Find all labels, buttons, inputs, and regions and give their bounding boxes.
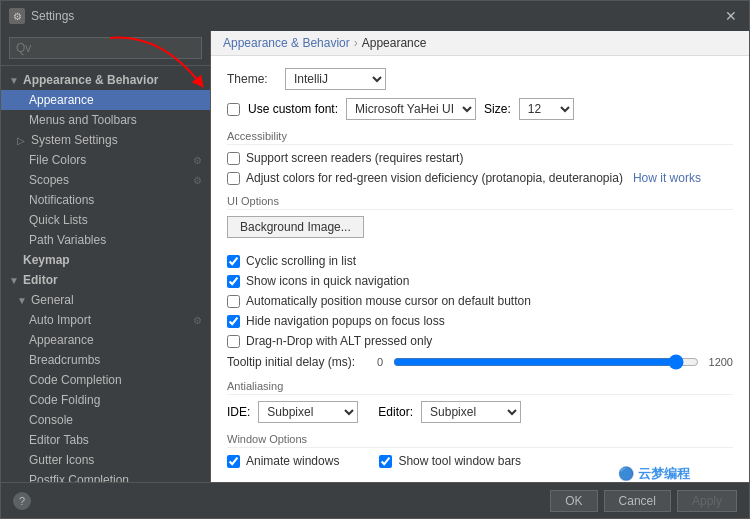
window-options-section: Window Options	[227, 433, 733, 448]
hide-nav-row: Hide navigation popups on focus loss	[227, 314, 733, 328]
title-bar: ⚙ Settings ✕	[1, 1, 749, 31]
how-it-works-link[interactable]: How it works	[633, 171, 701, 185]
cancel-button[interactable]: Cancel	[604, 490, 671, 512]
sidebar-item-console[interactable]: Console	[1, 410, 210, 430]
sidebar-item-appearance-behavior[interactable]: ▼ Appearance & Behavior	[1, 70, 210, 90]
show-tool-bars-label: Show tool window bars	[398, 454, 521, 468]
window-title: Settings	[31, 9, 74, 23]
gear-icon: ⚙	[193, 155, 202, 166]
theme-row: Theme: IntelliJ Darcula High contrast	[227, 68, 733, 90]
tooltip-label: Tooltip initial delay (ms):	[227, 355, 367, 369]
sidebar-item-path-variables[interactable]: Path Variables	[1, 230, 210, 250]
sidebar-label: Breadcrumbs	[29, 353, 100, 367]
sidebar-item-general[interactable]: ▼ General	[1, 290, 210, 310]
sidebar-label: Notifications	[29, 193, 94, 207]
background-image-button[interactable]: Background Image...	[227, 216, 364, 238]
sidebar-item-code-folding[interactable]: Code Folding	[1, 390, 210, 410]
screen-readers-row: Support screen readers (requires restart…	[227, 151, 733, 165]
sidebar-label: Keymap	[23, 253, 70, 267]
sidebar: ▼ Appearance & Behavior Appearance Menus…	[1, 31, 211, 482]
sidebar-label: Appearance	[29, 333, 94, 347]
theme-select[interactable]: IntelliJ Darcula High contrast	[285, 68, 386, 90]
show-icons-row: Show icons in quick navigation	[227, 274, 733, 288]
hide-nav-label: Hide navigation popups on focus loss	[246, 314, 445, 328]
breadcrumb-parent[interactable]: Appearance & Behavior	[223, 36, 350, 50]
auto-position-row: Automatically position mouse cursor on d…	[227, 294, 733, 308]
hide-nav-checkbox[interactable]	[227, 315, 240, 328]
ide-select[interactable]: Subpixel Greyscale None	[258, 401, 358, 423]
sidebar-label: File Colors	[29, 153, 86, 167]
color-blind-label: Adjust colors for red-green vision defic…	[246, 171, 623, 185]
sidebar-label: Appearance & Behavior	[23, 73, 158, 87]
sidebar-label: Menus and Toolbars	[29, 113, 137, 127]
gear-icon: ⚙	[193, 175, 202, 186]
custom-font-checkbox[interactable]	[227, 103, 240, 116]
font-select[interactable]: Microsoft YaHei UI	[346, 98, 476, 120]
tooltip-slider[interactable]	[393, 354, 698, 370]
sidebar-item-breadcrumbs[interactable]: Breadcrumbs	[1, 350, 210, 370]
show-icons-checkbox[interactable]	[227, 275, 240, 288]
sidebar-item-auto-import[interactable]: Auto Import ⚙	[1, 310, 210, 330]
color-blind-row: Adjust colors for red-green vision defic…	[227, 171, 733, 185]
panel-content: Theme: IntelliJ Darcula High contrast Us…	[211, 56, 749, 482]
help-button[interactable]: ?	[13, 492, 31, 510]
size-select[interactable]: 12 11 13 14	[519, 98, 574, 120]
cyclic-scrolling-row: Cyclic scrolling in list	[227, 254, 733, 268]
sidebar-item-appearance[interactable]: Appearance	[1, 90, 210, 110]
drag-n-drop-checkbox[interactable]	[227, 335, 240, 348]
sidebar-item-menus-toolbars[interactable]: Menus and Toolbars	[1, 110, 210, 130]
sidebar-item-appearance2[interactable]: Appearance	[1, 330, 210, 350]
show-tool-bars-checkbox[interactable]	[379, 455, 392, 468]
custom-font-row: Use custom font: Microsoft YaHei UI Size…	[227, 98, 733, 120]
antialiasing-section: Antialiasing	[227, 380, 733, 395]
screen-readers-checkbox[interactable]	[227, 152, 240, 165]
apply-button[interactable]: Apply	[677, 490, 737, 512]
sidebar-label: Appearance	[29, 93, 94, 107]
sidebar-item-gutter-icons[interactable]: Gutter Icons	[1, 450, 210, 470]
size-label: Size:	[484, 102, 511, 116]
animate-windows-checkbox[interactable]	[227, 455, 240, 468]
sidebar-item-keymap[interactable]: Keymap	[1, 250, 210, 270]
sidebar-label: Gutter Icons	[29, 453, 94, 467]
auto-position-label: Automatically position mouse cursor on d…	[246, 294, 531, 308]
expand-icon: ▷	[17, 135, 27, 146]
cyclic-scrolling-label: Cyclic scrolling in list	[246, 254, 356, 268]
drag-n-drop-label: Drag-n-Drop with ALT pressed only	[246, 334, 432, 348]
theme-label: Theme:	[227, 72, 277, 86]
sidebar-label: Editor	[23, 273, 58, 287]
sidebar-item-editor[interactable]: ▼ Editor	[1, 270, 210, 290]
auto-position-checkbox[interactable]	[227, 295, 240, 308]
sidebar-label: Editor Tabs	[29, 433, 89, 447]
sidebar-item-quick-lists[interactable]: Quick Lists	[1, 210, 210, 230]
color-blind-checkbox[interactable]	[227, 172, 240, 185]
close-button[interactable]: ✕	[721, 8, 741, 24]
expand-icon: ▼	[9, 275, 19, 286]
drag-n-drop-row: Drag-n-Drop with ALT pressed only	[227, 334, 733, 348]
sidebar-item-postfix-completion[interactable]: Postfix Completion	[1, 470, 210, 482]
sidebar-label: Code Completion	[29, 373, 122, 387]
sidebar-label: Path Variables	[29, 233, 106, 247]
search-input[interactable]	[9, 37, 202, 59]
gear-icon: ⚙	[193, 315, 202, 326]
ok-button[interactable]: OK	[550, 490, 597, 512]
sidebar-label: Quick Lists	[29, 213, 88, 227]
screen-readers-label: Support screen readers (requires restart…	[246, 151, 463, 165]
editor-select[interactable]: Subpixel Greyscale None	[421, 401, 521, 423]
animate-windows-label: Animate windows	[246, 454, 339, 468]
ide-label: IDE:	[227, 405, 250, 419]
antialiasing-row: IDE: Subpixel Greyscale None Editor: Sub…	[227, 401, 733, 423]
settings-window: ⚙ Settings ✕ ▼ Appearance & Behavior App…	[0, 0, 750, 519]
breadcrumb-bar: Appearance & Behavior › Appearance	[211, 31, 749, 56]
sidebar-item-system-settings[interactable]: ▷ System Settings	[1, 130, 210, 150]
sidebar-item-notifications[interactable]: Notifications	[1, 190, 210, 210]
sidebar-label: Scopes	[29, 173, 69, 187]
sidebar-item-scopes[interactable]: Scopes ⚙	[1, 170, 210, 190]
sidebar-label: General	[31, 293, 74, 307]
cyclic-scrolling-checkbox[interactable]	[227, 255, 240, 268]
sidebar-item-file-colors[interactable]: File Colors ⚙	[1, 150, 210, 170]
accessibility-section: Accessibility	[227, 130, 733, 145]
expand-icon: ▼	[17, 295, 27, 306]
sidebar-item-code-completion[interactable]: Code Completion	[1, 370, 210, 390]
sidebar-label: Auto Import	[29, 313, 91, 327]
sidebar-item-editor-tabs[interactable]: Editor Tabs	[1, 430, 210, 450]
